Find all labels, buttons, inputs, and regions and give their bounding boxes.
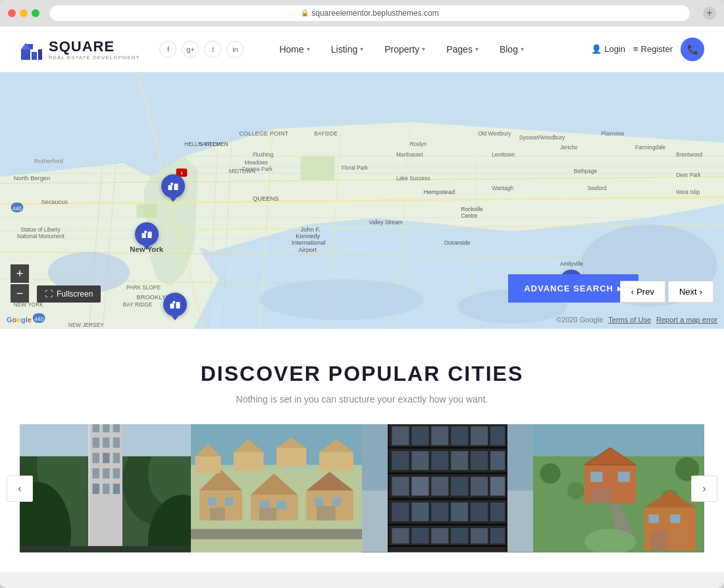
svg-rect-116 [103, 483, 109, 494]
map-pin-1[interactable] [161, 174, 185, 198]
logo-tagline: REAL ESTATE DEVELOPMENT [49, 55, 140, 61]
svg-text:Manhasset: Manhasset [396, 151, 423, 158]
svg-rect-145 [276, 448, 307, 467]
city-card-2[interactable] [191, 424, 362, 552]
social-twitter[interactable]: t [204, 41, 221, 58]
svg-rect-179 [451, 502, 468, 522]
map-next-button[interactable]: Next › [668, 281, 713, 303]
svg-rect-139 [317, 506, 336, 520]
zoom-in-button[interactable]: + [11, 264, 29, 283]
svg-rect-91 [176, 302, 180, 308]
map-background[interactable]: Secaucus North Bergen New York Statue of… [0, 72, 724, 329]
city-image-3 [362, 424, 533, 552]
social-facebook[interactable]: f [159, 41, 176, 58]
login-button[interactable]: 👤 Login [591, 44, 625, 54]
svg-rect-171 [411, 477, 428, 496]
map-zoom-controls: + − [11, 264, 29, 303]
svg-rect-29 [301, 157, 335, 180]
report-map-error-link[interactable]: Report a map error [656, 316, 717, 324]
minimize-button[interactable] [20, 9, 28, 17]
svg-rect-113 [103, 468, 109, 479]
svg-rect-159 [411, 426, 428, 445]
svg-text:Hempstead: Hempstead [423, 189, 455, 195]
carousel-next-button[interactable]: › [691, 476, 717, 502]
new-tab-button[interactable]: + [703, 7, 716, 20]
page-content: SQUARE REAL ESTATE DEVELOPMENT f g+ t in… [0, 26, 724, 572]
svg-rect-185 [451, 528, 468, 543]
svg-text:Meadows: Meadows [245, 159, 269, 166]
city-card-4[interactable] [533, 424, 704, 552]
svg-rect-181 [490, 502, 505, 522]
fullscreen-button[interactable]: ⛶ Fullscreen [37, 285, 101, 303]
svg-rect-108 [113, 437, 120, 448]
nav-home[interactable]: Home ▾ [270, 39, 319, 60]
map-footer-logo: Google [7, 316, 32, 324]
svg-rect-137 [210, 508, 225, 521]
svg-rect-167 [451, 451, 468, 470]
carousel-prev-button[interactable]: ‹ [7, 476, 33, 502]
register-button[interactable]: ≡ Register [633, 44, 673, 54]
svg-text:Plainview: Plainview [601, 130, 625, 137]
logo[interactable]: SQUARE REAL ESTATE DEVELOPMENT [20, 37, 140, 61]
svg-text:HELL'S KITCHEN: HELL'S KITCHEN [184, 141, 228, 147]
svg-rect-90 [172, 301, 175, 304]
svg-rect-177 [411, 502, 428, 522]
map-nav-buttons: ‹ Prev Next › [620, 281, 713, 303]
city-carousel: ‹ [20, 424, 704, 552]
svg-rect-183 [411, 528, 428, 543]
svg-rect-131 [208, 497, 217, 506]
svg-rect-115 [93, 483, 99, 494]
svg-text:North Bergen: North Bergen [14, 175, 50, 182]
social-linkedin[interactable]: in [226, 41, 244, 58]
social-googleplus[interactable]: g+ [182, 41, 199, 58]
svg-rect-0 [21, 49, 30, 60]
svg-text:Farmingdale: Farmingdale [635, 144, 666, 151]
svg-rect-86 [142, 233, 146, 239]
svg-rect-110 [103, 453, 109, 464]
phone-button[interactable]: 📞 [681, 37, 704, 61]
map-prev-button[interactable]: ‹ Prev [620, 281, 665, 303]
map-pin-2[interactable] [135, 222, 159, 246]
svg-rect-85 [174, 184, 178, 190]
url-text: squareelementor.beplusthemes.com [311, 9, 438, 18]
map-pin-3[interactable] [163, 293, 187, 316]
traffic-lights [8, 9, 39, 17]
zoom-out-button[interactable]: − [11, 284, 29, 303]
chevron-down-icon: ▾ [307, 45, 310, 53]
svg-rect-30 [137, 204, 157, 218]
city-card-3[interactable] [362, 424, 533, 552]
svg-rect-180 [471, 502, 488, 522]
nav-property[interactable]: Property ▾ [375, 39, 434, 60]
map-copyright: ©2020 Google [556, 316, 603, 324]
chevron-down-icon: ▾ [360, 45, 363, 53]
svg-text:Statue of Liberty: Statue of Liberty [20, 226, 61, 233]
svg-text:Lake Success: Lake Success [396, 175, 430, 182]
svg-rect-164 [392, 451, 409, 470]
svg-rect-165 [411, 451, 428, 470]
advance-search-button[interactable]: ADVANCE SEARCH ▸ [508, 274, 638, 303]
close-button[interactable] [8, 9, 16, 17]
svg-point-17 [259, 279, 423, 320]
svg-text:Kennedy: Kennedy [296, 233, 320, 239]
svg-text:Valley Stream: Valley Stream [369, 219, 402, 226]
nav-blog[interactable]: Blog ▾ [490, 39, 533, 60]
logo-text-wrapper: SQUARE REAL ESTATE DEVELOPMENT [49, 38, 140, 61]
maximize-button[interactable] [32, 9, 39, 17]
svg-rect-135 [315, 497, 324, 506]
svg-rect-160 [431, 426, 448, 445]
svg-rect-202 [618, 472, 630, 482]
nav-listing[interactable]: Listing ▾ [322, 39, 373, 60]
terms-of-use-link[interactable]: Terms of Use [608, 316, 651, 324]
svg-text:Old Westbury: Old Westbury [478, 130, 511, 137]
svg-text:I: I [181, 170, 182, 176]
logo-icon [20, 37, 43, 61]
city-card-1[interactable] [20, 424, 191, 552]
svg-rect-117 [113, 483, 120, 494]
svg-rect-88 [148, 232, 152, 238]
svg-rect-184 [431, 528, 448, 543]
svg-rect-161 [451, 426, 468, 445]
address-bar[interactable]: 🔒 squareelementor.beplusthemes.com [50, 5, 690, 21]
nav-pages[interactable]: Pages ▾ [437, 39, 488, 60]
svg-rect-103 [93, 424, 99, 432]
svg-text:Jericho: Jericho [560, 144, 578, 151]
